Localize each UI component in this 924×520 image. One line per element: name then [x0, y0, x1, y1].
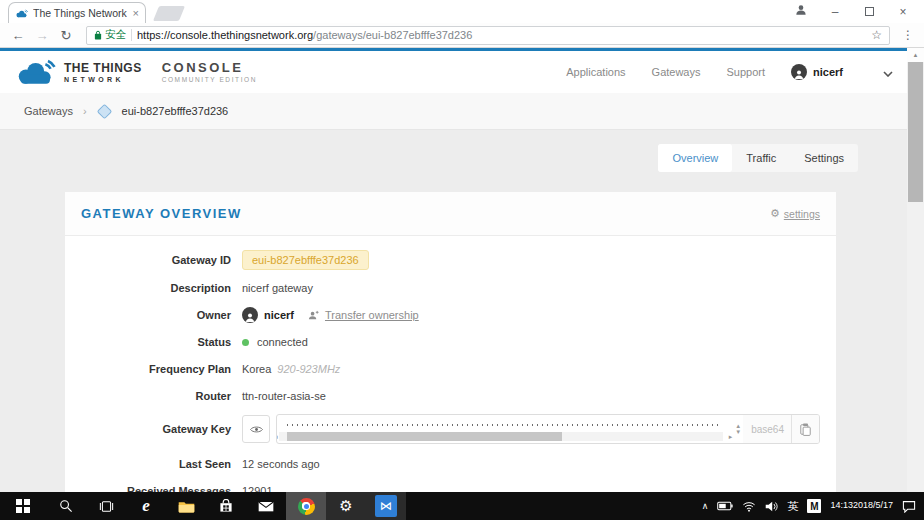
frequency-plan-detail: 920-923MHz: [277, 363, 340, 375]
omnibox-divider: [131, 29, 132, 41]
router-value: ttn-router-asia-se: [242, 390, 326, 402]
wifi-icon[interactable]: [742, 501, 756, 512]
owner-avatar: [242, 307, 258, 323]
nav-support[interactable]: Support: [727, 66, 766, 78]
taskbar-explorer-button[interactable]: [166, 492, 206, 520]
maximize-button[interactable]: [852, 0, 886, 23]
row-gateway-key: Gateway Key: [83, 414, 820, 444]
nav-applications[interactable]: Applications: [566, 66, 625, 78]
taskbar-edge-button[interactable]: e: [126, 492, 166, 520]
ttn-logo[interactable]: THE THINGS NETWORK CONSOLE COMMUNITY EDI…: [14, 59, 257, 85]
breadcrumb-separator: ›: [83, 105, 87, 117]
taskbar-mail-button[interactable]: [246, 492, 286, 520]
action-center-button[interactable]: [902, 500, 916, 513]
key-horizontal-scrollbar[interactable]: [279, 432, 723, 441]
gateway-tabs: Overview Traffic Settings: [658, 144, 858, 172]
last-seen-value: 12 seconds ago: [242, 458, 320, 470]
search-icon: [59, 499, 73, 513]
volume-icon[interactable]: [765, 501, 778, 512]
transfer-ownership-link[interactable]: Transfer ownership: [325, 309, 419, 321]
gateway-id-label: Gateway ID: [83, 254, 231, 266]
row-last-seen: Last Seen 12 seconds ago: [83, 455, 820, 473]
ime-language-indicator[interactable]: 英: [787, 499, 798, 514]
clock-date: 2018/5/17: [853, 500, 893, 511]
breadcrumb-current[interactable]: eui-b827ebfffe37d236: [122, 105, 229, 117]
url-path: /gateways/eui-b827ebfffe37d236: [313, 29, 472, 41]
scroll-left-icon[interactable]: ◂: [276, 432, 278, 441]
gateway-key-masked[interactable]: ◂ ▸: [277, 415, 733, 443]
page-scrollbar[interactable]: ▲: [907, 48, 924, 492]
tab-overview[interactable]: Overview: [658, 144, 732, 172]
breadcrumb: Gateways › eui-b827ebfffe37d236: [0, 93, 907, 130]
transfer-person-icon: [308, 310, 319, 321]
username: nicerf: [813, 66, 843, 78]
eye-icon: [250, 425, 263, 434]
site-header: THE THINGS NETWORK CONSOLE COMMUNITY EDI…: [0, 51, 907, 93]
start-button[interactable]: [0, 492, 46, 520]
taskbar: e ⚙ ⋈ ∧: [0, 492, 924, 520]
browser-tab[interactable]: The Things Network C ×: [8, 2, 146, 23]
action-center-icon: [902, 500, 916, 513]
taskbar-chrome-button[interactable]: [286, 492, 326, 520]
scroll-right-icon[interactable]: ▸: [729, 432, 733, 441]
reload-icon[interactable]: ↻: [54, 28, 78, 43]
gateway-overview-card: GATEWAY OVERVIEW ⚙ settings Gateway ID e…: [65, 192, 836, 492]
url-bar[interactable]: 安全 https://console.thethingsnetwork.org/…: [86, 26, 890, 45]
clock-time: 14:13: [830, 500, 853, 511]
key-scrollbar-thumb[interactable]: [287, 432, 562, 441]
user-menu[interactable]: nicerf: [791, 64, 843, 80]
forward-icon[interactable]: →: [30, 28, 54, 43]
store-icon: [219, 499, 233, 513]
taskbar-search-button[interactable]: [46, 492, 86, 520]
gateway-key-field[interactable]: ◂ ▸ ▲ ▼ base64: [276, 414, 820, 444]
console-title: CONSOLE: [162, 61, 257, 74]
top-nav: Applications Gateways Support nicerf: [566, 63, 893, 81]
task-view-button[interactable]: [86, 492, 126, 520]
brand-line2: NETWORK: [64, 76, 142, 83]
browser-profile-icon[interactable]: [794, 3, 808, 21]
copy-key-button[interactable]: [791, 415, 811, 443]
spinner-down-icon[interactable]: ▼: [735, 429, 741, 435]
settings-link[interactable]: ⚙ settings: [770, 207, 820, 220]
back-icon[interactable]: ←: [6, 28, 30, 43]
key-spinner[interactable]: ▲ ▼: [733, 415, 743, 443]
taskbar-store-button[interactable]: [206, 492, 246, 520]
reveal-key-button[interactable]: [242, 415, 270, 443]
taskbar-blue-app-button[interactable]: ⋈: [366, 492, 406, 520]
tray-expand-icon[interactable]: ∧: [702, 501, 709, 511]
edge-icon: e: [142, 496, 150, 516]
tab-settings[interactable]: Settings: [790, 144, 858, 172]
mail-icon: [258, 500, 274, 512]
new-tab-button[interactable]: [153, 6, 185, 21]
taskbar-clock[interactable]: 14:13 2018/5/17: [830, 500, 893, 511]
task-view-icon: [99, 500, 114, 513]
minimize-button[interactable]: –: [818, 0, 852, 23]
row-status: Status connected: [83, 333, 820, 351]
system-tray: ∧ 英 M 14:13 2018/5/17: [702, 499, 924, 514]
key-right-controls: base64: [743, 415, 819, 443]
chrome-menu-icon[interactable]: ⋮: [898, 28, 918, 42]
card-header: GATEWAY OVERVIEW ⚙ settings: [65, 192, 836, 236]
taskbar-settings-button[interactable]: ⚙: [326, 492, 366, 520]
scrollbar-up-icon[interactable]: ▲: [907, 48, 924, 62]
secure-indicator[interactable]: 安全: [94, 28, 126, 42]
tab-close-icon[interactable]: ×: [133, 7, 139, 19]
bookmark-star-icon[interactable]: ☆: [871, 28, 882, 42]
battery-icon[interactable]: [717, 501, 733, 511]
ime-mode-indicator[interactable]: M: [807, 499, 821, 513]
secure-label: 安全: [105, 28, 126, 42]
encoding-label: base64: [751, 424, 784, 435]
user-avatar: [791, 64, 807, 80]
nav-gateways[interactable]: Gateways: [652, 66, 701, 78]
owner-name: nicerf: [264, 309, 294, 321]
browser-tabstrip: The Things Network C × – ×: [0, 0, 924, 23]
console-subtitle: COMMUNITY EDITION: [162, 77, 257, 84]
scrollbar-thumb[interactable]: [908, 62, 923, 202]
breadcrumb-gateways[interactable]: Gateways: [24, 105, 73, 117]
tab-traffic[interactable]: Traffic: [732, 144, 790, 172]
ime-mode-label: M: [807, 499, 821, 513]
blue-app-icon: ⋈: [375, 495, 397, 517]
row-description: Description nicerf gateway: [83, 279, 820, 297]
chevron-down-icon[interactable]: [883, 63, 893, 81]
close-button[interactable]: ×: [886, 0, 920, 23]
